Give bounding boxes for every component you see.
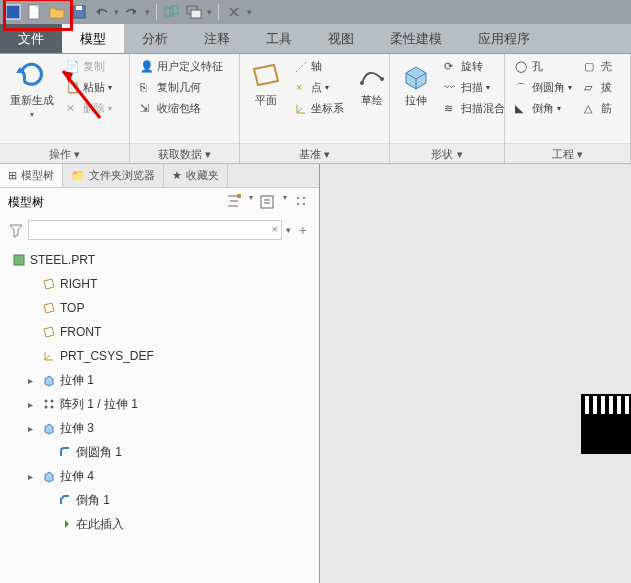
tree-item[interactable]: ▸拉伸 3 [0, 416, 319, 440]
chamfer-button[interactable]: ◣倒角▾ [511, 99, 576, 118]
add-icon[interactable]: + [295, 222, 311, 238]
pattern-icon [42, 397, 56, 411]
windows-icon[interactable] [185, 3, 203, 21]
tree-item[interactable]: ▸拉伸 1 [0, 368, 319, 392]
shell-button[interactable]: ▢壳 [580, 57, 616, 76]
app-icon[interactable] [4, 3, 22, 21]
graphics-viewport[interactable] [320, 164, 631, 583]
filter-icon[interactable] [8, 222, 24, 238]
ribbon-group-datum: 平面 轴 ×点▾ 坐标系 草绘 基准 ▾ [240, 54, 390, 163]
open-icon[interactable] [48, 3, 66, 21]
shrink-icon: ⇲ [140, 102, 154, 116]
tab-view[interactable]: 视图 [310, 24, 372, 53]
plane-button[interactable]: 平面 [246, 57, 286, 140]
tree-item[interactable]: ▸阵列 1 / 拉伸 1 [0, 392, 319, 416]
tree-item[interactable]: ▸拉伸 4 [0, 464, 319, 488]
point-button[interactable]: ×点▾ [290, 78, 348, 97]
tree-tab-fav[interactable]: ★收藏夹 [164, 164, 228, 187]
tab-model[interactable]: 模型 [62, 24, 124, 53]
tree-item[interactable]: PRT_CSYS_DEF [0, 344, 319, 368]
revolve-button[interactable]: ⟳旋转 [440, 57, 509, 76]
regen-icon[interactable] [163, 3, 181, 21]
hole-button[interactable]: ◯孔 [511, 57, 576, 76]
paste-button[interactable]: 📋粘贴▾ [62, 78, 116, 97]
delete-icon: ✕ [66, 102, 80, 116]
expander-icon[interactable]: ▸ [28, 471, 38, 482]
tab-analysis[interactable]: 分析 [124, 24, 186, 53]
windows-dropdown-icon[interactable]: ▾ [207, 7, 212, 17]
insert-icon [58, 517, 72, 531]
udf-icon: 👤 [140, 60, 154, 74]
clear-search-icon[interactable]: × [271, 223, 277, 235]
part-geometry [581, 394, 631, 454]
separator [156, 4, 157, 20]
root-label: STEEL.PRT [30, 253, 95, 267]
search-input[interactable] [28, 220, 282, 240]
tree-settings-icon[interactable] [225, 193, 243, 211]
extrude-button[interactable]: 拉伸 [396, 57, 436, 140]
qat-dropdown-icon[interactable]: ▾ [247, 7, 252, 17]
tree-item[interactable]: 倒圆角 1 [0, 440, 319, 464]
udf-button[interactable]: 👤用户定义特征 [136, 57, 227, 76]
chamfer-icon [58, 493, 72, 507]
blend-button[interactable]: ≋扫描混合 [440, 99, 509, 118]
axis-button[interactable]: 轴 [290, 57, 348, 76]
tree-item[interactable]: TOP [0, 296, 319, 320]
draft-button[interactable]: ▱拔 [580, 78, 616, 97]
new-icon[interactable] [26, 3, 44, 21]
blend-icon: ≋ [444, 102, 458, 116]
copygeom-button[interactable]: ⎘复制几何 [136, 78, 227, 97]
tree-item-label: 阵列 1 / 拉伸 1 [60, 396, 138, 413]
rib-button[interactable]: △筋 [580, 99, 616, 118]
tree-item[interactable]: 倒角 1 [0, 488, 319, 512]
tab-apps[interactable]: 应用程序 [460, 24, 548, 53]
extrude-icon [42, 373, 56, 387]
expander-icon[interactable]: ▸ [28, 375, 38, 386]
redo-dropdown-icon[interactable]: ▾ [145, 7, 150, 17]
delete-button[interactable]: ✕删除▾ [62, 99, 116, 118]
ribbon-group-engineering: ◯孔 ⌒倒圆角▾ ◣倒角▾ ▢壳 ▱拔 △筋 工程 ▾ [505, 54, 631, 163]
tree-display-icon[interactable] [293, 193, 311, 211]
filter-dropdown-icon[interactable]: ▾ [286, 225, 291, 235]
group-label-engineering: 工程 ▾ [505, 143, 630, 163]
axis-icon [294, 60, 308, 74]
tree-item[interactable]: 在此插入 [0, 512, 319, 536]
tab-tools[interactable]: 工具 [248, 24, 310, 53]
tab-flex[interactable]: 柔性建模 [372, 24, 460, 53]
copy-button[interactable]: 📄复制 [62, 57, 116, 76]
svg-rect-3 [76, 6, 82, 10]
regenerate-label: 重新生成 [10, 93, 54, 108]
ribbon-group-operations: 重新生成 ▾ 📄复制 📋粘贴▾ ✕删除▾ 操作 ▾ [0, 54, 130, 163]
tree-item[interactable]: FRONT [0, 320, 319, 344]
quick-access-toolbar: ▾ ▾ ▾ ▾ [0, 0, 631, 24]
shrinkwrap-button[interactable]: ⇲收缩包络 [136, 99, 227, 118]
csys-button[interactable]: 坐标系 [290, 99, 348, 118]
tab-file[interactable]: 文件 [0, 24, 62, 53]
copy-icon: 📄 [66, 60, 80, 74]
tree-item[interactable]: RIGHT [0, 272, 319, 296]
svg-point-20 [45, 400, 48, 403]
save-icon[interactable] [70, 3, 88, 21]
tree-tab-browser[interactable]: 📁文件夹浏览器 [63, 164, 164, 187]
undo-dropdown-icon[interactable]: ▾ [114, 7, 119, 17]
tree-item-label: PRT_CSYS_DEF [60, 349, 154, 363]
redo-icon[interactable] [123, 3, 141, 21]
tab-annotate[interactable]: 注释 [186, 24, 248, 53]
tree-item-label: 在此插入 [76, 516, 124, 533]
tree-root[interactable]: STEEL.PRT [0, 248, 319, 272]
plane-icon [42, 325, 56, 339]
tree-tab-model[interactable]: ⊞模型树 [0, 164, 63, 187]
undo-icon[interactable] [92, 3, 110, 21]
close-icon[interactable] [225, 3, 243, 21]
svg-point-23 [51, 406, 54, 409]
expander-icon[interactable]: ▸ [28, 423, 38, 434]
point-icon: × [294, 81, 308, 95]
tree-show-icon[interactable] [259, 193, 277, 211]
round-button[interactable]: ⌒倒圆角▾ [511, 78, 576, 97]
svg-point-16 [303, 197, 305, 199]
sketch-button[interactable]: 草绘 [352, 57, 392, 140]
filter-row: × ▾ + [0, 216, 319, 244]
expander-icon[interactable]: ▸ [28, 399, 38, 410]
sweep-button[interactable]: 〰扫描▾ [440, 78, 509, 97]
regenerate-button[interactable]: 重新生成 ▾ [6, 57, 58, 140]
